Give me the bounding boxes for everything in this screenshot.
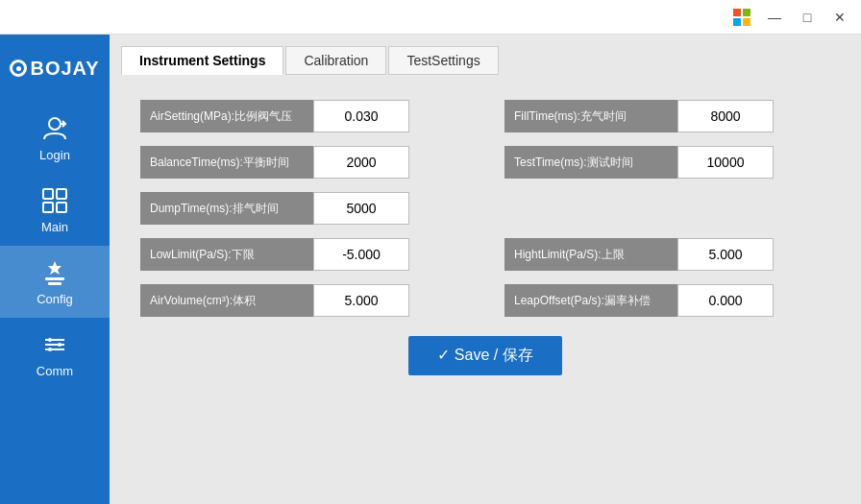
leap-offset-label: LeapOffset(Pa/s):漏率补偿 <box>504 284 677 317</box>
balance-time-input[interactable] <box>313 146 409 179</box>
windows-icon <box>728 7 755 28</box>
dump-time-label: DumpTime(ms):排气时间 <box>140 192 313 225</box>
maximize-button[interactable]: □ <box>794 7 821 28</box>
sidebar: BOJAY Login <box>0 35 110 504</box>
logo-inner-dot <box>16 66 21 71</box>
app-body: BOJAY Login <box>0 35 861 504</box>
tabs: Instrument Settings Calibration TestSett… <box>121 46 849 75</box>
svg-point-17 <box>58 343 62 347</box>
tab-test-settings[interactable]: TestSettings <box>388 46 498 75</box>
comm-label: Comm <box>37 364 73 378</box>
svg-rect-11 <box>45 277 64 280</box>
field-air-volume: AirVolume(cm³):体积 <box>140 284 466 317</box>
logo-text: BOJAY <box>30 58 99 80</box>
field-balance-time: BalanceTime(ms):平衡时间 <box>140 146 466 179</box>
svg-point-16 <box>48 338 52 342</box>
config-icon <box>39 257 70 288</box>
sidebar-item-config[interactable]: Config <box>0 246 110 318</box>
dump-time-input[interactable] <box>313 192 409 225</box>
main-label: Main <box>41 220 68 234</box>
high-limit-input[interactable] <box>677 238 774 271</box>
main-icon <box>39 185 70 216</box>
form-area: AirSetting(MPa):比例阀气压 FillTime(ms):充气时间 … <box>121 90 849 385</box>
form-row-0: AirSetting(MPa):比例阀气压 FillTime(ms):充气时间 <box>140 100 830 132</box>
field-fill-time: FillTime(ms):充气时间 <box>504 100 830 132</box>
svg-point-4 <box>49 118 61 130</box>
svg-rect-0 <box>733 9 741 16</box>
save-row: ✓ Save / 保存 <box>140 336 830 375</box>
login-label: Login <box>39 148 70 162</box>
svg-rect-1 <box>743 9 750 16</box>
save-button[interactable]: ✓ Save / 保存 <box>408 336 561 375</box>
svg-marker-10 <box>48 261 62 275</box>
field-test-time: TestTime(ms):测试时间 <box>504 146 830 179</box>
form-row-1: BalanceTime(ms):平衡时间 TestTime(ms):测试时间 <box>140 146 830 179</box>
form-row-4: AirVolume(cm³):体积 LeapOffset(Pa/s):漏率补偿 <box>140 284 830 317</box>
field-dump-time: DumpTime(ms):排气时间 <box>140 192 466 225</box>
svg-rect-9 <box>57 203 66 212</box>
title-bar: — □ ✕ <box>0 0 861 35</box>
form-row-3: LowLimit(Pa/S):下限 HightLimit(Pa/S):上限 <box>140 238 830 271</box>
comm-icon <box>39 329 70 360</box>
test-time-input[interactable] <box>677 146 774 179</box>
config-label: Config <box>37 292 73 306</box>
svg-rect-7 <box>57 189 66 199</box>
minimize-button[interactable]: — <box>761 7 788 28</box>
test-time-label: TestTime(ms):测试时间 <box>504 146 677 179</box>
field-high-limit: HightLimit(Pa/S):上限 <box>504 238 830 271</box>
window-controls: — □ ✕ <box>728 7 853 28</box>
field-air-setting: AirSetting(MPa):比例阀气压 <box>140 100 466 132</box>
field-low-limit: LowLimit(Pa/S):下限 <box>140 238 466 271</box>
tab-instrument-settings[interactable]: Instrument Settings <box>121 46 283 75</box>
fill-time-input[interactable] <box>677 100 774 132</box>
sidebar-item-main[interactable]: Main <box>0 174 110 246</box>
close-button[interactable]: ✕ <box>826 7 853 28</box>
leap-offset-input[interactable] <box>677 284 774 317</box>
field-leap-offset: LeapOffset(Pa/s):漏率补偿 <box>504 284 830 317</box>
balance-time-label: BalanceTime(ms):平衡时间 <box>140 146 313 179</box>
svg-rect-8 <box>43 203 53 212</box>
logo-circle <box>10 60 27 77</box>
form-row-2: DumpTime(ms):排气时间 <box>140 192 830 225</box>
svg-point-18 <box>48 348 52 351</box>
logo-area: BOJAY <box>0 44 110 92</box>
sidebar-item-login[interactable]: Login <box>0 102 110 174</box>
login-icon <box>39 113 70 144</box>
svg-rect-2 <box>733 18 741 26</box>
tab-calibration[interactable]: Calibration <box>285 46 386 75</box>
air-volume-input[interactable] <box>313 284 409 317</box>
sidebar-item-comm[interactable]: Comm <box>0 318 110 390</box>
high-limit-label: HightLimit(Pa/S):上限 <box>504 238 677 271</box>
air-setting-label: AirSetting(MPa):比例阀气压 <box>140 100 313 132</box>
svg-rect-6 <box>43 189 53 199</box>
low-limit-label: LowLimit(Pa/S):下限 <box>140 238 313 271</box>
content-area: Instrument Settings Calibration TestSett… <box>110 35 861 504</box>
svg-rect-3 <box>743 18 750 26</box>
air-volume-label: AirVolume(cm³):体积 <box>140 284 313 317</box>
svg-rect-12 <box>48 282 62 285</box>
fill-time-label: FillTime(ms):充气时间 <box>504 100 677 132</box>
low-limit-input[interactable] <box>313 238 409 271</box>
air-setting-input[interactable] <box>313 100 409 132</box>
